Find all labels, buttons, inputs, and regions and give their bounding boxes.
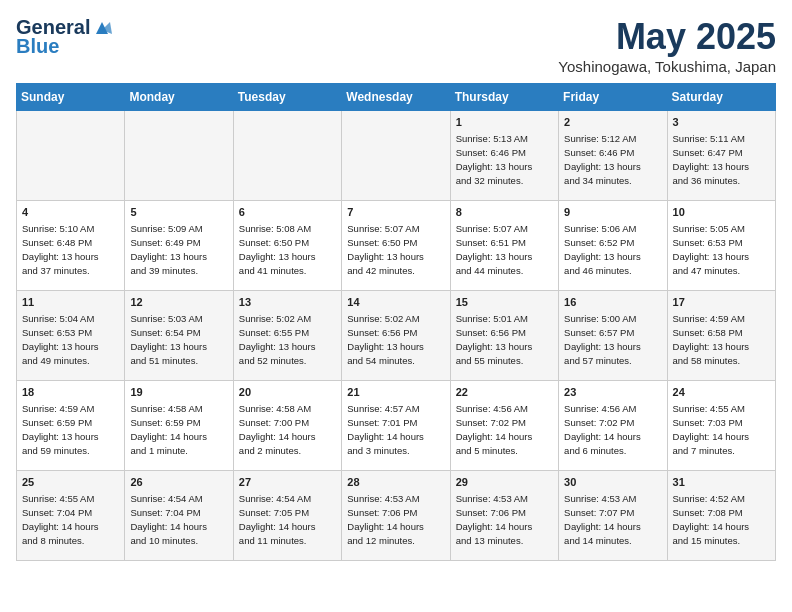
day-number: 18 bbox=[22, 385, 119, 400]
day-number: 16 bbox=[564, 295, 661, 310]
logo: General Blue bbox=[16, 16, 114, 58]
calendar-cell: 26Sunrise: 4:54 AM Sunset: 7:04 PM Dayli… bbox=[125, 471, 233, 561]
day-number: 29 bbox=[456, 475, 553, 490]
day-info: Sunrise: 4:57 AM Sunset: 7:01 PM Dayligh… bbox=[347, 402, 444, 457]
day-info: Sunrise: 5:07 AM Sunset: 6:50 PM Dayligh… bbox=[347, 222, 444, 277]
calendar-cell: 31Sunrise: 4:52 AM Sunset: 7:08 PM Dayli… bbox=[667, 471, 775, 561]
calendar-cell: 12Sunrise: 5:03 AM Sunset: 6:54 PM Dayli… bbox=[125, 291, 233, 381]
calendar-cell: 21Sunrise: 4:57 AM Sunset: 7:01 PM Dayli… bbox=[342, 381, 450, 471]
day-info: Sunrise: 5:06 AM Sunset: 6:52 PM Dayligh… bbox=[564, 222, 661, 277]
calendar-header-row: SundayMondayTuesdayWednesdayThursdayFrid… bbox=[17, 84, 776, 111]
day-info: Sunrise: 5:08 AM Sunset: 6:50 PM Dayligh… bbox=[239, 222, 336, 277]
day-info: Sunrise: 4:56 AM Sunset: 7:02 PM Dayligh… bbox=[564, 402, 661, 457]
day-number: 17 bbox=[673, 295, 770, 310]
calendar-cell: 16Sunrise: 5:00 AM Sunset: 6:57 PM Dayli… bbox=[559, 291, 667, 381]
calendar-week-2: 4Sunrise: 5:10 AM Sunset: 6:48 PM Daylig… bbox=[17, 201, 776, 291]
calendar-cell: 19Sunrise: 4:58 AM Sunset: 6:59 PM Dayli… bbox=[125, 381, 233, 471]
day-number: 14 bbox=[347, 295, 444, 310]
day-info: Sunrise: 4:53 AM Sunset: 7:06 PM Dayligh… bbox=[347, 492, 444, 547]
day-number: 2 bbox=[564, 115, 661, 130]
calendar-cell: 29Sunrise: 4:53 AM Sunset: 7:06 PM Dayli… bbox=[450, 471, 558, 561]
calendar-cell: 5Sunrise: 5:09 AM Sunset: 6:49 PM Daylig… bbox=[125, 201, 233, 291]
day-number: 26 bbox=[130, 475, 227, 490]
day-info: Sunrise: 5:10 AM Sunset: 6:48 PM Dayligh… bbox=[22, 222, 119, 277]
weekday-header-monday: Monday bbox=[125, 84, 233, 111]
calendar-cell bbox=[233, 111, 341, 201]
day-number: 4 bbox=[22, 205, 119, 220]
calendar-cell: 22Sunrise: 4:56 AM Sunset: 7:02 PM Dayli… bbox=[450, 381, 558, 471]
day-info: Sunrise: 4:54 AM Sunset: 7:05 PM Dayligh… bbox=[239, 492, 336, 547]
weekday-header-thursday: Thursday bbox=[450, 84, 558, 111]
day-number: 28 bbox=[347, 475, 444, 490]
day-info: Sunrise: 5:02 AM Sunset: 6:55 PM Dayligh… bbox=[239, 312, 336, 367]
calendar-table: SundayMondayTuesdayWednesdayThursdayFrid… bbox=[16, 83, 776, 561]
calendar-cell: 1Sunrise: 5:13 AM Sunset: 6:46 PM Daylig… bbox=[450, 111, 558, 201]
day-number: 6 bbox=[239, 205, 336, 220]
day-number: 31 bbox=[673, 475, 770, 490]
calendar-cell: 15Sunrise: 5:01 AM Sunset: 6:56 PM Dayli… bbox=[450, 291, 558, 381]
calendar-cell: 24Sunrise: 4:55 AM Sunset: 7:03 PM Dayli… bbox=[667, 381, 775, 471]
day-info: Sunrise: 4:59 AM Sunset: 6:59 PM Dayligh… bbox=[22, 402, 119, 457]
day-info: Sunrise: 4:56 AM Sunset: 7:02 PM Dayligh… bbox=[456, 402, 553, 457]
calendar-title-block: May 2025 Yoshinogawa, Tokushima, Japan bbox=[558, 16, 776, 75]
calendar-cell: 11Sunrise: 5:04 AM Sunset: 6:53 PM Dayli… bbox=[17, 291, 125, 381]
calendar-week-4: 18Sunrise: 4:59 AM Sunset: 6:59 PM Dayli… bbox=[17, 381, 776, 471]
day-info: Sunrise: 5:04 AM Sunset: 6:53 PM Dayligh… bbox=[22, 312, 119, 367]
day-info: Sunrise: 5:02 AM Sunset: 6:56 PM Dayligh… bbox=[347, 312, 444, 367]
weekday-header-tuesday: Tuesday bbox=[233, 84, 341, 111]
calendar-cell: 8Sunrise: 5:07 AM Sunset: 6:51 PM Daylig… bbox=[450, 201, 558, 291]
weekday-header-saturday: Saturday bbox=[667, 84, 775, 111]
day-info: Sunrise: 4:54 AM Sunset: 7:04 PM Dayligh… bbox=[130, 492, 227, 547]
calendar-cell: 10Sunrise: 5:05 AM Sunset: 6:53 PM Dayli… bbox=[667, 201, 775, 291]
day-number: 24 bbox=[673, 385, 770, 400]
logo-icon bbox=[92, 20, 114, 36]
day-number: 10 bbox=[673, 205, 770, 220]
calendar-cell: 3Sunrise: 5:11 AM Sunset: 6:47 PM Daylig… bbox=[667, 111, 775, 201]
day-info: Sunrise: 4:55 AM Sunset: 7:03 PM Dayligh… bbox=[673, 402, 770, 457]
day-info: Sunrise: 4:58 AM Sunset: 7:00 PM Dayligh… bbox=[239, 402, 336, 457]
day-info: Sunrise: 5:03 AM Sunset: 6:54 PM Dayligh… bbox=[130, 312, 227, 367]
calendar-cell: 13Sunrise: 5:02 AM Sunset: 6:55 PM Dayli… bbox=[233, 291, 341, 381]
day-number: 5 bbox=[130, 205, 227, 220]
day-info: Sunrise: 5:13 AM Sunset: 6:46 PM Dayligh… bbox=[456, 132, 553, 187]
day-info: Sunrise: 5:09 AM Sunset: 6:49 PM Dayligh… bbox=[130, 222, 227, 277]
day-info: Sunrise: 4:52 AM Sunset: 7:08 PM Dayligh… bbox=[673, 492, 770, 547]
day-number: 19 bbox=[130, 385, 227, 400]
day-info: Sunrise: 4:53 AM Sunset: 7:07 PM Dayligh… bbox=[564, 492, 661, 547]
calendar-cell: 2Sunrise: 5:12 AM Sunset: 6:46 PM Daylig… bbox=[559, 111, 667, 201]
logo-blue: Blue bbox=[16, 35, 59, 58]
day-number: 3 bbox=[673, 115, 770, 130]
calendar-cell: 18Sunrise: 4:59 AM Sunset: 6:59 PM Dayli… bbox=[17, 381, 125, 471]
page-header: General Blue May 2025 Yoshinogawa, Tokus… bbox=[16, 16, 776, 75]
day-number: 15 bbox=[456, 295, 553, 310]
calendar-cell: 7Sunrise: 5:07 AM Sunset: 6:50 PM Daylig… bbox=[342, 201, 450, 291]
day-number: 20 bbox=[239, 385, 336, 400]
calendar-week-3: 11Sunrise: 5:04 AM Sunset: 6:53 PM Dayli… bbox=[17, 291, 776, 381]
weekday-header-friday: Friday bbox=[559, 84, 667, 111]
day-info: Sunrise: 4:59 AM Sunset: 6:58 PM Dayligh… bbox=[673, 312, 770, 367]
day-number: 21 bbox=[347, 385, 444, 400]
day-info: Sunrise: 4:53 AM Sunset: 7:06 PM Dayligh… bbox=[456, 492, 553, 547]
calendar-cell: 17Sunrise: 4:59 AM Sunset: 6:58 PM Dayli… bbox=[667, 291, 775, 381]
day-info: Sunrise: 5:12 AM Sunset: 6:46 PM Dayligh… bbox=[564, 132, 661, 187]
calendar-cell: 30Sunrise: 4:53 AM Sunset: 7:07 PM Dayli… bbox=[559, 471, 667, 561]
day-number: 25 bbox=[22, 475, 119, 490]
day-info: Sunrise: 5:05 AM Sunset: 6:53 PM Dayligh… bbox=[673, 222, 770, 277]
month-title: May 2025 bbox=[558, 16, 776, 58]
day-number: 11 bbox=[22, 295, 119, 310]
day-number: 1 bbox=[456, 115, 553, 130]
calendar-week-5: 25Sunrise: 4:55 AM Sunset: 7:04 PM Dayli… bbox=[17, 471, 776, 561]
calendar-cell bbox=[125, 111, 233, 201]
day-info: Sunrise: 5:00 AM Sunset: 6:57 PM Dayligh… bbox=[564, 312, 661, 367]
location-title: Yoshinogawa, Tokushima, Japan bbox=[558, 58, 776, 75]
day-number: 12 bbox=[130, 295, 227, 310]
calendar-cell: 23Sunrise: 4:56 AM Sunset: 7:02 PM Dayli… bbox=[559, 381, 667, 471]
day-info: Sunrise: 4:58 AM Sunset: 6:59 PM Dayligh… bbox=[130, 402, 227, 457]
day-number: 27 bbox=[239, 475, 336, 490]
day-number: 22 bbox=[456, 385, 553, 400]
calendar-cell bbox=[342, 111, 450, 201]
calendar-cell: 6Sunrise: 5:08 AM Sunset: 6:50 PM Daylig… bbox=[233, 201, 341, 291]
calendar-cell bbox=[17, 111, 125, 201]
day-info: Sunrise: 4:55 AM Sunset: 7:04 PM Dayligh… bbox=[22, 492, 119, 547]
day-info: Sunrise: 5:01 AM Sunset: 6:56 PM Dayligh… bbox=[456, 312, 553, 367]
